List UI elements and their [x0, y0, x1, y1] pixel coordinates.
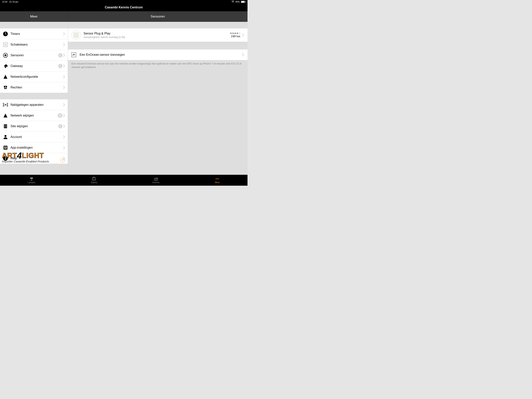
svg-rect-2 — [245, 1, 246, 2]
sidebar-item-label: Netwerkconfiguratie — [11, 75, 63, 78]
sidebar-header: Meer — [0, 11, 68, 22]
sidebar-item-label: Sensoren — [11, 54, 58, 57]
badge: 32 — [58, 113, 63, 118]
signal-strength — [230, 32, 240, 34]
main-panel: Sensor Plug & Play Aanwezigheid: Kamer o… — [68, 22, 247, 175]
chevron-right-icon — [63, 114, 65, 117]
badge: 1 — [58, 124, 63, 129]
sidebar-item-label: Site wijzigen — [11, 124, 58, 128]
svg-rect-12 — [6, 125, 6, 125]
tab-lampen[interactable]: Lampen — [28, 177, 35, 184]
chevron-right-icon — [63, 125, 65, 128]
enocean-icon — [71, 52, 76, 57]
svg-text:A: A — [94, 179, 95, 180]
svg-marker-34 — [156, 179, 157, 180]
svg-point-17 — [5, 135, 6, 137]
app-title: Casambi Kennis Centrum — [105, 6, 143, 9]
sidebar-item-schakelaars[interactable]: Schakelaars — [0, 39, 68, 50]
svg-point-36 — [217, 179, 218, 179]
triangle-icon — [3, 74, 8, 79]
svg-rect-22 — [4, 147, 5, 147]
status-battery-pct: 90% — [235, 0, 240, 3]
brand-logo: ART4LIGHT — [2, 151, 49, 159]
broadcast-icon — [3, 102, 8, 108]
tab-galerij[interactable]: AGalerij — [91, 177, 97, 184]
sidebar-item-label: App-instellingen — [11, 146, 63, 149]
brand-overlay: ART4LIGHT Importer Casambi Enabled Produ… — [2, 151, 49, 163]
svg-rect-11 — [5, 125, 5, 125]
svg-rect-31 — [93, 177, 95, 178]
sensor-row[interactable]: Sensor Plug & Play Aanwezigheid: Kamer o… — [68, 28, 247, 42]
status-time: 13:34 — [2, 0, 7, 3]
badge: 1 — [58, 64, 63, 68]
svg-rect-1 — [241, 1, 244, 3]
svg-point-6 — [5, 54, 6, 56]
status-bar: 13:34 Zo 10 jan. 90% — [0, 0, 247, 4]
triangle-icon — [3, 113, 8, 118]
sidebar-item-netwerkconfiguratie[interactable]: Netwerkconfiguratie — [0, 71, 68, 82]
tab-label: Meer — [215, 181, 220, 184]
sidebar-item-account[interactable]: Account — [0, 131, 68, 142]
signal-dot — [239, 32, 240, 34]
cloud-arrow-icon — [3, 63, 8, 69]
brand-art: ART — [2, 152, 17, 160]
switch-icon — [3, 42, 8, 47]
sidebar-item-label: Rechten — [11, 86, 63, 89]
status-date: Zo 10 jan. — [9, 0, 19, 3]
main-header: Sensoren — [68, 11, 247, 22]
app-root: 13:34 Zo 10 jan. 90% Casambi Kennis Cent… — [0, 0, 247, 186]
svg-rect-13 — [5, 126, 5, 126]
svg-rect-10 — [4, 124, 7, 128]
sensor-title: Sensor Plug & Play — [83, 32, 230, 35]
sensor-lux: 199 lux — [230, 34, 240, 38]
signal-dot — [234, 32, 236, 34]
chevron-right-icon — [63, 43, 65, 46]
lamp-icon — [30, 177, 33, 181]
tab-label: Scènes — [152, 181, 160, 184]
chevron-right-icon — [63, 146, 65, 149]
chevron-right-icon — [63, 86, 65, 89]
battery-icon — [241, 1, 246, 3]
tab-scènes[interactable]: Scènes — [152, 177, 160, 184]
tab-bar: LampenAGalerijScènesMeer — [0, 175, 247, 186]
title-bar: Casambi Kennis Centrum — [0, 4, 247, 11]
gallery-icon: A — [92, 177, 96, 181]
svg-rect-24 — [6, 147, 7, 148]
add-enocean-label: Een EnOcean-sensor toevoegen — [80, 53, 242, 57]
brand-light: LIGHT — [22, 152, 44, 160]
help-text: Een nieuwe EnOcean-sensor kan aan het ne… — [68, 60, 247, 71]
tab-meer[interactable]: Meer — [215, 177, 220, 184]
help-icon[interactable]: ? — [60, 158, 65, 163]
chevron-right-icon — [63, 64, 65, 68]
svg-rect-14 — [6, 126, 6, 126]
svg-point-9 — [5, 104, 6, 105]
sidebar-item-site-wijzigen[interactable]: Site wijzigen1 — [0, 121, 68, 131]
person-icon — [3, 134, 8, 140]
svg-rect-8 — [4, 87, 7, 88]
sidebar-item-label: Schakelaars — [11, 43, 63, 46]
badge: 1 — [58, 53, 63, 58]
signal-dot — [237, 32, 238, 34]
sidebar-item-timers[interactable]: Timers — [0, 28, 68, 39]
svg-rect-29 — [31, 180, 32, 180]
sliders-icon — [3, 145, 8, 150]
signal-dot — [232, 32, 234, 34]
signal-dot — [230, 32, 232, 34]
sidebar-item-sensoren[interactable]: Sensoren1 — [0, 50, 68, 61]
sidebar-item-netwerk-wijzigen[interactable]: Netwerk wijzigen32 — [0, 110, 68, 121]
sensor-thumb — [71, 30, 81, 40]
chevron-right-icon — [242, 53, 244, 56]
section-gap — [68, 22, 247, 28]
sidebar-item-gateway[interactable]: Gateway1 — [0, 61, 68, 71]
sidebar-item-label: Netwerk wijzigen — [11, 114, 58, 117]
more-icon — [215, 177, 219, 181]
tab-label: Galerij — [91, 181, 97, 184]
add-enocean-row[interactable]: Een EnOcean-sensor toevoegen — [68, 50, 247, 60]
chevron-right-icon — [63, 75, 65, 78]
chevron-right-icon — [63, 32, 65, 35]
sidebar-item-nabijgelegen-apparaten[interactable]: Nabijgelegen apparaten — [0, 99, 68, 110]
body: TimersSchakelaarsSensoren1Gateway1Netwer… — [0, 22, 247, 175]
chevron-right-icon — [63, 54, 65, 57]
sidebar-item-rechten[interactable]: Rechten — [0, 82, 68, 93]
sidebar-item-label: Nabijgelegen apparaten — [11, 103, 63, 107]
